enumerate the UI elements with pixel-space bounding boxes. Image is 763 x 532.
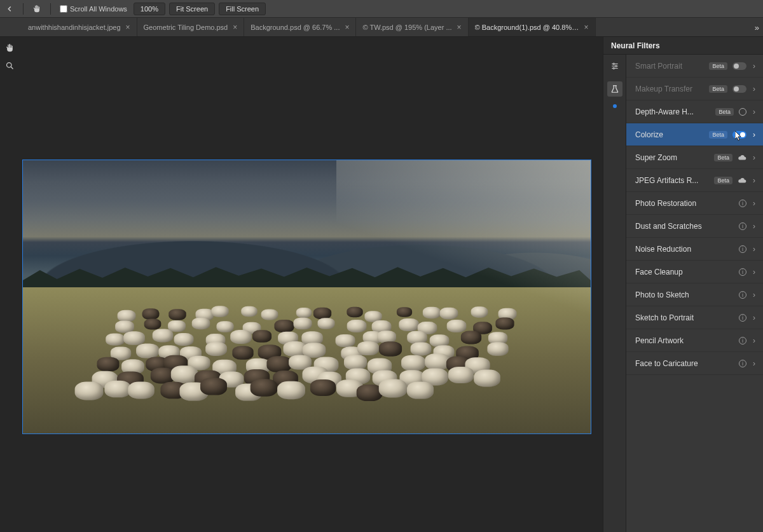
filter-name: Smart Portrait	[635, 62, 704, 71]
filter-toggle[interactable]	[732, 85, 746, 93]
canvas-area[interactable]	[0, 37, 603, 532]
filter-name: Makeup Transfer	[635, 85, 704, 93]
filter-name: Noise Reduction	[635, 245, 734, 254]
filter-toggle[interactable]	[732, 131, 746, 139]
close-icon[interactable]: ×	[126, 23, 130, 32]
info-icon[interactable]: i	[739, 337, 746, 344]
tab-overflow-button[interactable]: »	[755, 18, 759, 37]
settings-icon[interactable]	[607, 58, 622, 74]
scroll-all-windows-checkbox[interactable]: Scroll All Windows	[57, 5, 130, 13]
filter-toggle[interactable]	[732, 62, 746, 70]
main-area: Neural Filters Smart PortraitBeta›Makeup…	[0, 37, 763, 532]
close-icon[interactable]: ×	[345, 23, 349, 32]
svg-point-0	[6, 62, 11, 67]
filter-item[interactable]: Smart PortraitBeta›	[626, 55, 763, 78]
close-icon[interactable]: ×	[584, 23, 589, 32]
canvas-left-tools	[3, 41, 17, 72]
scroll-all-windows-input[interactable]	[60, 5, 67, 13]
chevron-right-icon: ›	[752, 199, 757, 208]
filter-name: Photo Restoration	[635, 199, 734, 208]
svg-point-7	[613, 67, 614, 69]
filter-name: Super Zoom	[635, 153, 709, 162]
chevron-right-icon: ›	[752, 336, 757, 345]
tab-label: anwithhishandinhisjacket.jpeg	[28, 24, 121, 31]
filter-item[interactable]: Face Cleanupi›	[626, 261, 763, 283]
hand-tool-icon[interactable]	[3, 41, 17, 55]
cloud-download-icon[interactable]	[738, 176, 746, 185]
top-toolbar: Scroll All Windows 100% Fit Screen Fill …	[0, 0, 763, 18]
separator	[50, 3, 51, 15]
document-tabstrip: anwithhishandinhisjacket.jpeg×Geometric …	[0, 18, 763, 37]
filter-item[interactable]: Photo to Sketchi›	[626, 283, 763, 306]
active-indicator-dot	[613, 104, 617, 108]
chevron-right-icon: ›	[752, 176, 757, 185]
filter-name: Dust and Scratches	[635, 222, 734, 231]
fill-screen-button[interactable]: Fill Screen	[219, 3, 266, 15]
cloud-download-icon[interactable]	[738, 153, 746, 162]
filter-name: JPEG Artifacts R...	[635, 176, 709, 185]
filter-item[interactable]: Pencil Artworki›	[626, 329, 763, 352]
filter-item[interactable]: JPEG Artifacts R...Beta›	[626, 169, 763, 192]
zoom-tool-icon[interactable]	[3, 58, 17, 72]
filter-item[interactable]: Super ZoomBeta›	[626, 146, 763, 169]
chevron-right-icon: ›	[752, 290, 757, 299]
close-icon[interactable]: ×	[233, 23, 237, 32]
beta-badge: Beta	[714, 154, 732, 161]
fit-screen-button[interactable]: Fit Screen	[169, 3, 215, 15]
chevron-right-icon: ›	[752, 359, 757, 368]
document-tab[interactable]: Geometric Tiling Demo.psd×	[137, 18, 245, 36]
beta-badge: Beta	[709, 62, 727, 70]
document-tab[interactable]: Background.psd @ 66.7% ...×	[244, 18, 356, 36]
zoom-level-button[interactable]: 100%	[134, 3, 165, 15]
tab-label: Geometric Tiling Demo.psd	[144, 24, 228, 31]
panel-title: Neural Filters	[603, 37, 763, 55]
svg-line-1	[11, 67, 13, 69]
filter-item[interactable]: Sketch to Portraiti›	[626, 306, 763, 329]
beta-badge: Beta	[709, 85, 727, 93]
info-icon[interactable]: i	[739, 291, 746, 299]
info-icon[interactable]: i	[739, 245, 746, 253]
document-tab[interactable]: © TW.psd @ 195% (Layer ...×	[356, 18, 468, 36]
chevron-right-icon: ›	[752, 153, 757, 162]
svg-point-5	[613, 63, 614, 64]
document-tab[interactable]: © Background(1).psd @ 40.8% (Layer 0, RG…	[469, 18, 596, 36]
filter-item[interactable]: Depth-Aware H...Beta›	[626, 100, 763, 123]
filter-item[interactable]: Makeup TransferBeta›	[626, 78, 763, 100]
info-icon[interactable]: i	[739, 200, 746, 207]
hand-tool-icon[interactable]	[30, 3, 44, 15]
filter-item[interactable]: Dust and Scratchesi›	[626, 215, 763, 238]
neural-filters-panel: Neural Filters Smart PortraitBeta›Makeup…	[603, 37, 763, 532]
filter-item[interactable]: Photo Restorationi›	[626, 192, 763, 215]
beaker-icon[interactable]	[607, 81, 622, 97]
panel-category-sidebar	[603, 55, 626, 532]
chevron-right-icon: ›	[752, 245, 757, 254]
document-canvas[interactable]	[22, 160, 591, 434]
filter-name: Face to Caricature	[635, 359, 734, 368]
tab-label: Background.psd @ 66.7% ...	[251, 24, 340, 31]
separator	[23, 3, 24, 15]
beta-badge: Beta	[709, 131, 727, 139]
back-button[interactable]	[3, 3, 17, 15]
chevron-right-icon: ›	[752, 222, 757, 231]
scroll-all-windows-label: Scroll All Windows	[70, 5, 127, 13]
chevron-right-icon: ›	[752, 85, 757, 93]
filter-item[interactable]: ColorizeBeta›	[626, 123, 763, 146]
tab-label: © Background(1).psd @ 40.8% (Layer 0, RG…	[475, 24, 579, 31]
chevron-right-icon: ›	[752, 107, 757, 116]
filter-name: Face Cleanup	[635, 268, 734, 276]
chevron-right-icon: ›	[752, 62, 757, 71]
info-icon[interactable]: i	[739, 222, 746, 230]
info-icon[interactable]: i	[739, 268, 746, 276]
info-icon[interactable]: i	[739, 360, 746, 367]
filter-item[interactable]: Face to Caricaturei›	[626, 352, 763, 375]
chevron-right-icon: ›	[752, 130, 757, 139]
download-indicator-icon	[739, 108, 746, 116]
filter-name: Sketch to Portrait	[635, 313, 734, 322]
info-icon[interactable]: i	[739, 314, 746, 322]
filter-item[interactable]: Noise Reductioni›	[626, 238, 763, 261]
document-tab[interactable]: anwithhishandinhisjacket.jpeg×	[22, 18, 137, 36]
tab-label: © TW.psd @ 195% (Layer ...	[362, 24, 451, 31]
svg-point-6	[615, 65, 616, 67]
close-icon[interactable]: ×	[457, 23, 462, 32]
image-sheep-flock	[106, 303, 538, 411]
